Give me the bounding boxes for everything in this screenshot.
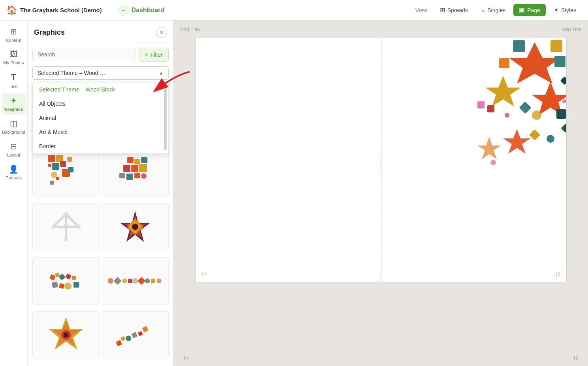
sidebar-item-my-photos[interactable]: 🖼 My Photos xyxy=(2,47,26,68)
svg-rect-3 xyxy=(60,161,66,167)
sidebar-label-background: Background xyxy=(2,130,25,134)
dropdown-item-1[interactable]: All Objects xyxy=(33,97,168,111)
canvas-pages: 14 xyxy=(174,38,588,350)
svg-rect-71 xyxy=(519,101,531,114)
spreads-icon: ⊞ xyxy=(440,6,445,14)
svg-rect-39 xyxy=(72,276,76,280)
svg-rect-17 xyxy=(119,173,125,178)
svg-rect-43 xyxy=(73,282,79,288)
spreads-label: Spreads xyxy=(447,7,468,13)
svg-rect-38 xyxy=(65,273,71,280)
svg-rect-56 xyxy=(64,332,68,337)
graphics-grid xyxy=(28,146,173,366)
svg-point-50 xyxy=(145,278,150,283)
svg-rect-61 xyxy=(138,331,143,336)
my-photos-icon: 🖼 xyxy=(10,50,18,59)
svg-rect-19 xyxy=(134,173,140,178)
panel-header: Graphics × xyxy=(28,21,173,43)
nav-divider xyxy=(110,4,110,16)
styles-icon: ✦ xyxy=(554,6,559,14)
svg-rect-65 xyxy=(513,40,525,52)
graphic-item-2[interactable] xyxy=(102,149,169,196)
dashboard-label: Dashboard xyxy=(132,7,165,14)
filter-button[interactable]: ≡ Filter xyxy=(139,48,169,62)
dropdown-item-0[interactable]: Selected Theme – Wood Block xyxy=(33,82,168,97)
portraits-icon: 👤 xyxy=(9,164,19,174)
sidebar-label-graphics: Graphics xyxy=(4,107,23,112)
svg-rect-45 xyxy=(114,277,122,285)
graphic-item-1[interactable] xyxy=(32,149,100,196)
dropdown-item-3[interactable]: Art & Music xyxy=(33,125,168,139)
sidebar-label-portraits: Portraits xyxy=(6,176,22,180)
graphic-item-3[interactable] xyxy=(32,203,100,250)
svg-rect-2 xyxy=(52,163,59,170)
back-arrow-icon[interactable]: ← xyxy=(118,5,129,16)
navbar: 🏠 The Graybark School (Demo) ← Dashboard… xyxy=(0,0,588,21)
text-icon: T xyxy=(11,72,16,82)
dropdown-item-4[interactable]: Border xyxy=(33,139,168,153)
search-input-wrap xyxy=(32,48,135,62)
sidebar-item-content[interactable]: ⊞ Content xyxy=(2,24,26,46)
sidebar-label-content: Content xyxy=(6,38,21,43)
graphic-item-5[interactable] xyxy=(32,257,100,304)
svg-rect-15 xyxy=(131,165,138,172)
page-icon: ▣ xyxy=(519,6,525,14)
svg-point-20 xyxy=(141,173,147,179)
svg-rect-60 xyxy=(131,332,137,338)
sidebar-item-layout[interactable]: ⊟ Layout xyxy=(2,138,26,161)
svg-rect-23 xyxy=(52,226,80,228)
svg-point-37 xyxy=(59,274,65,280)
singles-label: Singles xyxy=(487,7,505,13)
svg-rect-16 xyxy=(139,164,147,172)
svg-point-44 xyxy=(108,278,113,284)
page-left-number: 14 xyxy=(201,271,207,277)
svg-rect-10 xyxy=(56,177,59,180)
dropdown-item-2[interactable]: Animal xyxy=(33,111,168,125)
sidebar-item-graphics[interactable]: ✦ Graphics xyxy=(2,93,26,115)
graphic-item-7[interactable] xyxy=(32,311,100,359)
panel-title: Graphics xyxy=(34,28,65,37)
page-label: Page xyxy=(527,7,540,13)
svg-point-26 xyxy=(64,212,68,216)
content-icon: ⊞ xyxy=(10,27,17,36)
add-title-right[interactable]: Add Title xyxy=(562,26,582,32)
sidebar-label-text: Text xyxy=(9,84,17,89)
svg-rect-4 xyxy=(48,164,51,167)
theme-dropdown[interactable]: Selected Theme – Wood … ▲ xyxy=(32,66,169,80)
svg-rect-68 xyxy=(499,58,509,68)
svg-rect-35 xyxy=(49,274,55,280)
svg-point-42 xyxy=(64,282,71,289)
search-input[interactable] xyxy=(32,48,135,61)
graphics-panel: Graphics × ≡ Filter Selected Theme – Woo… xyxy=(28,21,174,366)
styles-button[interactable]: ✦ Styles xyxy=(548,4,582,16)
svg-rect-51 xyxy=(151,279,155,283)
svg-rect-18 xyxy=(126,174,133,180)
graphic-item-6[interactable] xyxy=(102,257,169,304)
sidebar-item-text[interactable]: T Text xyxy=(2,69,26,92)
page-left[interactable]: 14 xyxy=(195,38,381,282)
sidebar-item-portraits[interactable]: 👤 Portraits xyxy=(2,161,26,183)
add-title-left[interactable]: Add Title xyxy=(180,26,200,32)
graphic-item-8[interactable] xyxy=(102,311,169,359)
svg-point-80 xyxy=(562,99,566,103)
canvas-bottom-bar: 14 15 xyxy=(174,350,588,366)
sidebar-item-background[interactable]: ◫ Background xyxy=(2,116,26,138)
page-right[interactable]: 15 xyxy=(381,38,567,282)
house-icon: 🏠 xyxy=(6,5,17,15)
svg-point-46 xyxy=(122,278,127,283)
graphic-item-4[interactable] xyxy=(102,203,169,250)
dropdown-scrollbar[interactable] xyxy=(164,86,167,150)
panel-close-button[interactable]: × xyxy=(156,27,167,38)
theme-dropdown-value: Selected Theme – Wood … xyxy=(38,70,105,76)
svg-rect-40 xyxy=(52,282,58,288)
svg-rect-49 xyxy=(137,277,145,285)
spreads-button[interactable]: ⊞ Spreads xyxy=(434,4,473,16)
page-button[interactable]: ▣ Page xyxy=(513,4,546,16)
svg-rect-83 xyxy=(560,77,566,85)
chevron-up-icon: ▲ xyxy=(159,70,163,76)
canvas-top-bar: Add Title Add Title xyxy=(174,21,588,38)
dashboard-link[interactable]: ← Dashboard xyxy=(118,5,165,16)
singles-button[interactable]: ≡ Singles xyxy=(476,4,511,16)
graphics-icon: ✦ xyxy=(10,96,17,105)
singles-icon: ≡ xyxy=(481,7,485,14)
